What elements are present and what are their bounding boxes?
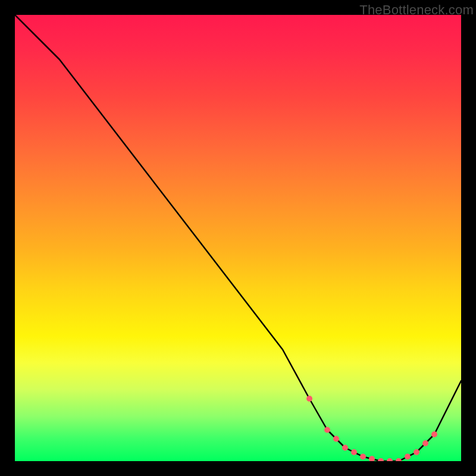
svg-point-2 xyxy=(333,436,339,442)
svg-point-3 xyxy=(342,445,348,451)
svg-point-12 xyxy=(422,440,428,446)
svg-point-10 xyxy=(405,454,411,460)
svg-point-8 xyxy=(387,458,393,461)
svg-point-0 xyxy=(306,396,312,402)
chart-svg xyxy=(15,15,461,461)
svg-point-1 xyxy=(324,427,330,433)
svg-point-9 xyxy=(396,458,402,461)
watermark-label: TheBottleneck.com xyxy=(359,2,474,18)
svg-point-5 xyxy=(360,454,366,460)
svg-point-6 xyxy=(369,456,375,461)
data-curve xyxy=(15,15,461,461)
svg-point-7 xyxy=(378,458,384,461)
svg-point-4 xyxy=(351,449,357,455)
svg-point-13 xyxy=(431,431,437,437)
chart-plot-area xyxy=(15,15,461,461)
svg-point-11 xyxy=(414,449,419,455)
data-markers xyxy=(306,396,437,461)
